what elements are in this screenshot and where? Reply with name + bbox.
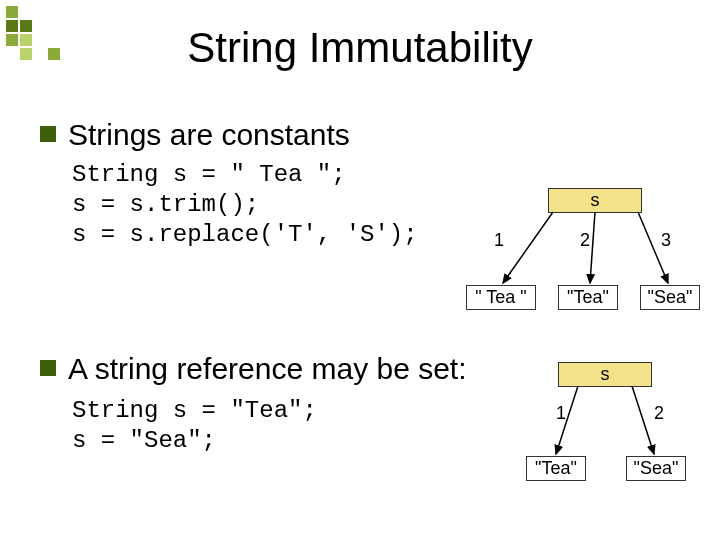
diagram-2-arrows: [0, 0, 720, 540]
value-box-sea-2: "Sea": [626, 456, 686, 481]
svg-line-4: [632, 386, 654, 454]
value-box-tea-2: "Tea": [526, 456, 586, 481]
svg-line-3: [556, 386, 578, 454]
